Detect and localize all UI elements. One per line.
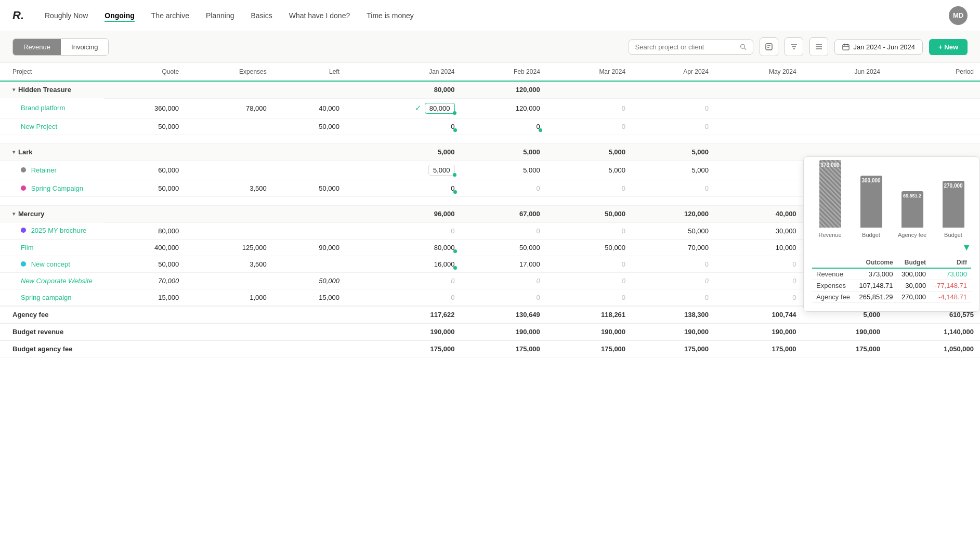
stats-col-outcome: Outcome xyxy=(855,257,897,268)
dot-indicator xyxy=(453,128,457,132)
group-name: Hidden Treasure xyxy=(18,86,71,94)
project-color-dot xyxy=(21,228,26,233)
export-btn[interactable] xyxy=(760,37,778,56)
dot-indicator xyxy=(453,173,456,177)
bar-revenue-title: Revenue xyxy=(818,232,841,238)
project-spring-campaign[interactable]: Spring Campaign xyxy=(31,184,83,192)
stats-outcome-revenue: 373,000 xyxy=(855,268,897,280)
invoicing-toggle[interactable]: Invoicing xyxy=(61,39,108,55)
project-film[interactable]: Film xyxy=(21,244,34,251)
chart-bar-agency: 65,851.2 Agency fee xyxy=(894,191,930,238)
stats-col-budget: Budget xyxy=(897,257,931,268)
date-range-label: Jan 2024 - Jun 2024 xyxy=(854,43,916,51)
bar-revenue-label: 373,000 xyxy=(819,160,840,170)
project-color-dot xyxy=(21,186,26,191)
stats-outcome-agency: 265,851.29 xyxy=(855,292,897,303)
dot-indicator xyxy=(453,266,457,270)
search-input[interactable] xyxy=(635,43,736,51)
bar-budget2-label: 270,000 xyxy=(943,181,963,191)
chart-bar-budget2: 270,000 Budget xyxy=(935,181,971,238)
nav-time-money[interactable]: Time is money xyxy=(367,9,414,22)
col-period: Period xyxy=(886,63,980,81)
col-quote: Quote xyxy=(104,63,185,81)
chart-popup: 373,000 Revenue 300,000 Budget 65,851.2 … xyxy=(803,156,980,312)
project-new-corporate-website[interactable]: New Corporate Website xyxy=(21,277,93,285)
stats-diff-agency: -4,148.71 xyxy=(930,292,971,303)
stats-row-agency: Agency fee 265,851.29 270,000 -4,148.71 xyxy=(812,292,971,303)
group-chevron[interactable]: ▾ xyxy=(12,149,15,155)
table-row: Brand platform 360,000 78,000 40,000 ✓ 8… xyxy=(0,98,980,118)
stats-col-label xyxy=(812,257,855,268)
nav-archive[interactable]: The archive xyxy=(151,9,189,22)
revenue-toggle[interactable]: Revenue xyxy=(13,39,61,55)
dot-indicator xyxy=(453,249,457,253)
stats-diff-expenses: -77,148.71 xyxy=(930,280,971,292)
stats-outcome-expenses: 107,148.71 xyxy=(855,280,897,292)
col-may: May 2024 xyxy=(715,63,803,81)
logo[interactable]: R. xyxy=(12,9,24,22)
svg-rect-2 xyxy=(766,44,772,50)
project-color-dot xyxy=(21,261,26,267)
project-new-concept[interactable]: New concept xyxy=(31,260,70,268)
bar-budget1-title: Budget xyxy=(862,232,880,238)
footer-budget-revenue: Budget revenue 190,000 190,000 190,000 1… xyxy=(0,323,980,340)
svg-rect-11 xyxy=(842,45,848,50)
project-brand-platform[interactable]: Brand platform xyxy=(21,104,65,112)
date-range-picker[interactable]: Jan 2024 - Jun 2024 xyxy=(834,39,923,55)
nav-what-done[interactable]: What have I done? xyxy=(289,9,350,22)
footer-budget-agency-fee: Budget agency fee 175,000 175,000 175,00… xyxy=(0,340,980,357)
dot-indicator xyxy=(539,128,542,132)
bar-budget2-title: Budget xyxy=(944,232,962,238)
stats-table: Outcome Budget Diff Revenue 373,000 300,… xyxy=(812,257,971,303)
col-mar: Mar 2024 xyxy=(546,63,632,81)
project-new-project[interactable]: New Project xyxy=(21,123,57,130)
nav-planning[interactable]: Planning xyxy=(206,9,234,22)
stats-diff-revenue: 73,000 xyxy=(930,268,971,280)
col-expenses: Expenses xyxy=(185,63,273,81)
nav-basics[interactable]: Basics xyxy=(251,9,272,22)
stats-row-revenue: Revenue 373,000 300,000 73,000 xyxy=(812,268,971,280)
bar-budget1-label: 300,000 xyxy=(860,176,881,186)
chart-bars: 373,000 Revenue 300,000 Budget 65,851.2 … xyxy=(812,165,971,238)
group-chevron[interactable]: ▾ xyxy=(12,211,15,217)
toolbar: Revenue Invoicing Jan 2024 - Jun 2024 + … xyxy=(0,31,980,63)
project-spring-campaign-mercury[interactable]: Spring campaign xyxy=(21,294,72,301)
nav-ongoing[interactable]: Ongoing xyxy=(104,9,135,22)
nav-roughly-now[interactable]: Roughly Now xyxy=(45,9,88,22)
new-button[interactable]: + New xyxy=(929,39,968,55)
chart-bar-budget1: 300,000 Budget xyxy=(853,176,889,238)
calendar-icon xyxy=(842,43,850,50)
table-wrap: Project Quote Expenses Left Jan 2024 Feb… xyxy=(0,63,980,357)
svg-line-1 xyxy=(744,48,746,49)
col-project: Project xyxy=(0,63,104,81)
filter-btn[interactable] xyxy=(785,37,803,56)
search-box xyxy=(629,39,753,55)
col-feb: Feb 2024 xyxy=(461,63,546,81)
dot-indicator xyxy=(453,111,456,115)
check-icon: ✓ xyxy=(415,103,422,113)
project-2025-my-brochure[interactable]: 2025 MY brochure xyxy=(31,227,87,234)
project-color-dot xyxy=(21,167,26,173)
project-retainer[interactable]: Retainer xyxy=(31,166,57,174)
group-hidden-treasure: ▾ Hidden Treasure 80,000 120,000 xyxy=(0,81,980,98)
col-left: Left xyxy=(273,63,346,81)
col-apr: Apr 2024 xyxy=(632,63,715,81)
stats-label-revenue: Revenue xyxy=(812,268,855,280)
stats-row-expenses: Expenses 107,148.71 30,000 -77,148.71 xyxy=(812,280,971,292)
bar-agency-label: 65,851.2 xyxy=(902,191,922,201)
table-row: New Project 50,000 50,000 0 0 0 0 xyxy=(0,118,980,135)
columns-btn[interactable] xyxy=(809,37,828,56)
dot-indicator xyxy=(453,190,457,194)
chart-bar-revenue: 373,000 Revenue xyxy=(812,160,848,238)
svg-point-0 xyxy=(740,44,744,48)
stats-budget-agency: 270,000 xyxy=(897,292,931,303)
group-name: Lark xyxy=(18,148,32,156)
avatar[interactable]: MD xyxy=(949,6,968,25)
bar-agency-title: Agency fee xyxy=(898,232,926,238)
stats-budget-revenue: 300,000 xyxy=(897,268,931,280)
top-nav: R. Roughly Now Ongoing The archive Plann… xyxy=(0,0,980,31)
group-chevron[interactable]: ▾ xyxy=(12,87,15,92)
col-jan: Jan 2024 xyxy=(346,63,461,81)
col-jun: Jun 2024 xyxy=(803,63,886,81)
stats-budget-expenses: 30,000 xyxy=(897,280,931,292)
